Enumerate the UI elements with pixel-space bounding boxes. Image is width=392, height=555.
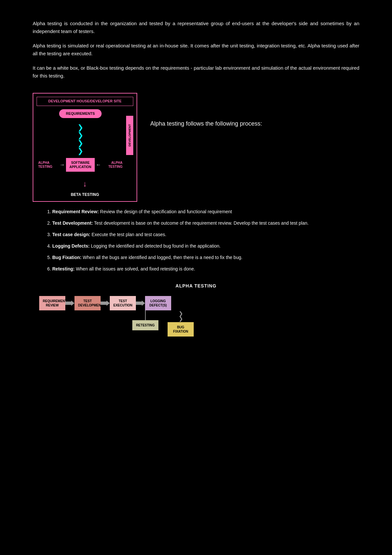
list-item-4: Logging Defects: Logging the identified … — [52, 243, 359, 250]
chevron-1: ❯ — [77, 124, 83, 131]
alpha-flow-diagram: REQUIREMENTREVIEW TESTDEVELOPMENT TESTEX… — [33, 296, 359, 323]
software-app-box: SOFTWAREAPPLICATION — [66, 158, 94, 172]
chevron-4: ❯ — [77, 147, 83, 155]
connector-svg — [132, 320, 172, 336]
item-5-title: Bug Fixation: — [52, 255, 81, 260]
diagram-section: DEVELOPMENT HOUSE/DEVELOPER SITE REQUIRE… — [33, 93, 359, 202]
arrow-3 — [136, 300, 145, 306]
alpha-left: ALPHATESTING — [38, 161, 52, 169]
item-6-title: Retesting: — [52, 266, 74, 271]
item-2-title: Test Development: — [52, 220, 93, 226]
list-item-3: Test case design: Execute the test plan … — [52, 231, 359, 238]
item-5-text: When all the bugs are identified and log… — [83, 255, 242, 260]
paragraph-2: Alpha testing is simulated or real opera… — [33, 42, 359, 58]
item-6-text: When all the issues are solved, and fixe… — [76, 266, 195, 271]
item-4-title: Logging Defects: — [52, 243, 90, 249]
test-execution-box: TESTEXECUTION — [110, 296, 136, 310]
arrow-to-software: → — [59, 161, 65, 169]
list-item-5: Bug Fixation: When all the bugs are iden… — [52, 254, 359, 261]
arrow-2 — [101, 300, 110, 306]
item-1-title: Requirement Review: — [52, 209, 99, 214]
svg-marker-1 — [101, 301, 110, 306]
item-1-text: Review the design of the specification a… — [100, 209, 232, 214]
paragraph-1: Alpha testing is conducted in the organi… — [33, 20, 359, 35]
beta-label: BETA TESTING — [37, 192, 133, 198]
chevron-2: ❯ — [77, 132, 83, 139]
arrow-from-software: ← — [96, 161, 101, 169]
list-item-6: Retesting: When all the issues are solve… — [52, 266, 359, 272]
logging-defect-box: LOGGINGDEFECT(S) — [145, 296, 171, 310]
item-4-text: Logging the identified and detected bug … — [91, 243, 220, 249]
dev-house-diagram: DEVELOPMENT HOUSE/DEVELOPER SITE REQUIRE… — [33, 93, 137, 202]
list-item-2: Test Development: Test development is ba… — [52, 220, 359, 227]
chevrons: ❯ ❯ ❯ ❯ — [77, 124, 83, 155]
item-3-text: Execute the test plan and test cases. — [91, 232, 166, 237]
software-dev-label: SOFTWARE DEVELOPMENT PROCESS — [126, 116, 133, 155]
list-item-1: Requirement Review: Review the design of… — [52, 208, 359, 215]
requirements-box: REQUIREMENTS — [59, 109, 102, 118]
alpha-right: ALPHATESTING — [108, 161, 122, 169]
process-list: Requirement Review: Review the design of… — [52, 208, 359, 272]
paragraph-3: It can be a white box, or Black-box test… — [33, 64, 359, 80]
alpha-flow-title: ALPHA TESTING — [33, 282, 359, 289]
bug-fixation-box: BUGFIXATION — [168, 322, 194, 337]
beta-section: ↓ BETA TESTING — [37, 178, 133, 198]
arrow-1 — [65, 300, 74, 306]
test-development-box: TESTDEVELOPMENT — [74, 296, 101, 310]
svg-marker-2 — [136, 301, 145, 306]
dev-diagram-title: DEVELOPMENT HOUSE/DEVELOPER SITE — [37, 97, 133, 106]
chevron-3: ❯ — [77, 140, 83, 147]
item-2-text: Test development is base on the outcome … — [94, 220, 309, 226]
item-3-title: Test case design: — [52, 232, 90, 237]
requirement-review-box: REQUIREMENTREVIEW — [39, 296, 65, 310]
beta-down-arrow: ↓ — [37, 178, 133, 190]
flow-main-row: REQUIREMENTREVIEW TESTDEVELOPMENT TESTEX… — [39, 296, 171, 310]
diagram-caption: Alpha testing follows the following proc… — [150, 93, 359, 129]
svg-marker-0 — [65, 301, 74, 306]
alpha-row: ALPHATESTING → SOFTWAREAPPLICATION ← ALP… — [37, 158, 124, 172]
